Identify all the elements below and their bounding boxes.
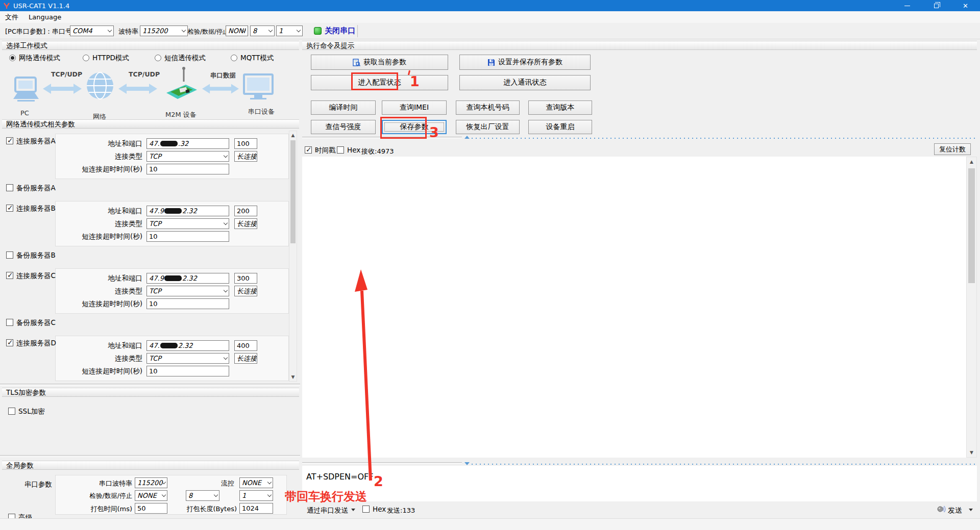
checkbox-icon[interactable]: [6, 319, 13, 326]
global-baud-select[interactable]: 115200: [135, 477, 167, 488]
query-imei-button[interactable]: 查询IMEI: [382, 100, 447, 115]
reset-count-button[interactable]: 复位计数: [934, 143, 971, 155]
server-enable-row[interactable]: 连接服务器D: [6, 339, 56, 348]
checkbox-icon[interactable]: [362, 506, 370, 513]
device-restart-button[interactable]: 设备重启: [528, 120, 592, 134]
checkbox-icon[interactable]: [337, 146, 344, 154]
address-input[interactable]: 47.92.32: [146, 206, 229, 216]
splitter-collapse-icon[interactable]: [464, 136, 470, 139]
baud-select[interactable]: 115200: [140, 26, 188, 36]
address-input[interactable]: 47.2.32: [146, 340, 229, 351]
server-enable-row[interactable]: 连接服务器B: [6, 204, 56, 213]
ssl-checkbox-row[interactable]: SSL加密: [8, 407, 45, 416]
timeout-input[interactable]: 10: [146, 231, 229, 242]
recv-hex-checkbox-row[interactable]: Hex: [337, 146, 360, 154]
close-button[interactable]: ✕: [951, 0, 980, 11]
menu-language[interactable]: Language: [23, 11, 66, 23]
log-scrollbar[interactable]: ▲ ▼: [966, 157, 977, 458]
receive-log[interactable]: [302, 157, 966, 458]
conn-type-select[interactable]: TCP: [146, 218, 229, 229]
server-backup-row[interactable]: 备份服务器C: [6, 318, 289, 326]
query-signal-button[interactable]: 查信号强度: [311, 120, 376, 134]
conn-mode-select[interactable]: 长连接: [234, 218, 257, 229]
left-panel-scrollbar[interactable]: ▲ ▼: [289, 131, 297, 382]
server-backup-row[interactable]: 备份服务器B: [6, 251, 289, 259]
checkbox-icon[interactable]: [6, 272, 13, 279]
menu-file[interactable]: 文件: [0, 11, 23, 23]
send-hex-checkbox-row[interactable]: Hex: [362, 505, 386, 513]
mode-radio[interactable]: 短信透传模式: [155, 54, 206, 63]
server-enable-row[interactable]: 连接服务器A: [6, 137, 56, 146]
minimize-button[interactable]: [893, 0, 922, 11]
server-enable-row[interactable]: 连接服务器C: [6, 271, 56, 281]
packlen-input[interactable]: 1024: [239, 503, 273, 514]
conn-type-select[interactable]: TCP: [146, 151, 229, 162]
packtime-input[interactable]: 50: [135, 503, 167, 514]
splitter-dots[interactable]: [472, 138, 977, 139]
checkbox-icon[interactable]: [6, 339, 13, 346]
radio-icon[interactable]: [155, 55, 161, 61]
databits-select[interactable]: 8: [250, 26, 275, 36]
checkbox-icon[interactable]: [305, 146, 312, 154]
factory-reset-button[interactable]: 恢复出厂设置: [456, 120, 520, 134]
port-input[interactable]: 300: [234, 273, 257, 284]
splitter-dots[interactable]: [472, 464, 977, 465]
scroll-down-icon[interactable]: ▼: [967, 449, 976, 456]
checkbox-icon[interactable]: [6, 251, 13, 259]
global-stopbits-select[interactable]: 1: [239, 490, 273, 501]
close-port-button[interactable]: 关闭串口: [325, 26, 355, 36]
timestamp-checkbox-row[interactable]: 时间戳: [305, 146, 336, 155]
get-params-button[interactable]: 获取当前参数: [311, 55, 448, 70]
port-input[interactable]: 200: [234, 206, 257, 216]
checkbox-icon[interactable]: [8, 408, 15, 415]
timeout-input[interactable]: 10: [146, 366, 229, 376]
radio-icon[interactable]: [9, 55, 16, 61]
set-save-all-button[interactable]: 设置并保存所有参数: [459, 55, 591, 70]
restore-button[interactable]: [922, 0, 951, 11]
query-version-button[interactable]: 查询版本: [528, 100, 592, 115]
port-input[interactable]: 100: [234, 138, 257, 149]
mode-radio[interactable]: 网络透传模式: [9, 54, 60, 63]
node-label: PC: [20, 109, 29, 117]
scroll-down-icon[interactable]: ▼: [289, 373, 297, 381]
conn-mode-select[interactable]: 长连接: [234, 353, 257, 364]
conn-type-select[interactable]: TCP: [146, 353, 229, 364]
scrollbar-thumb[interactable]: [968, 168, 975, 283]
checkbox-icon[interactable]: [6, 137, 13, 144]
enter-comm-button[interactable]: 进入通讯状态: [459, 75, 591, 90]
radio-icon[interactable]: [231, 55, 237, 61]
mode-radio-label: MQTT模式: [240, 54, 274, 62]
compile-time-button[interactable]: 编译时间: [311, 100, 376, 115]
chevron-down-icon[interactable]: [351, 509, 355, 511]
query-number-button[interactable]: 查询本机号码: [456, 100, 520, 115]
chevron-down-icon[interactable]: [969, 509, 973, 511]
conn-mode-select[interactable]: 长连接: [234, 151, 257, 162]
checkbox-icon[interactable]: [6, 205, 13, 212]
scroll-up-icon[interactable]: ▲: [289, 132, 297, 139]
conn-type-select[interactable]: TCP: [146, 286, 229, 296]
checkbox-icon[interactable]: [6, 184, 13, 191]
parity-select[interactable]: NONI: [226, 26, 248, 36]
scrollbar-thumb[interactable]: [290, 140, 296, 243]
timeout-input[interactable]: 10: [146, 164, 229, 174]
mode-radio[interactable]: MQTT模式: [231, 54, 274, 63]
send-text-area[interactable]: AT+SDPEN=OFF: [302, 466, 977, 501]
radio-icon[interactable]: [83, 55, 89, 61]
timeout-input[interactable]: 10: [146, 298, 229, 309]
send-via-dropdown[interactable]: 通过串口发送: [307, 506, 348, 515]
mode-radio[interactable]: HTTPD模式: [83, 54, 129, 63]
global-parity-select[interactable]: NONE: [135, 490, 167, 501]
server-params-panel: 地址和端口 47.92.32 200 连接类型 TCP 长连接 短连接超时时间(…: [55, 201, 289, 246]
conn-mode-select[interactable]: 长连接: [234, 286, 257, 296]
splitter-collapse-icon[interactable]: [464, 462, 470, 465]
stopbits-select[interactable]: 1: [276, 26, 303, 36]
server-backup-row[interactable]: 备份服务器A: [6, 184, 289, 192]
global-databits-select[interactable]: 8: [186, 490, 219, 501]
com-port-select[interactable]: COM4: [70, 26, 114, 36]
flow-select[interactable]: NONE: [239, 477, 273, 488]
address-input[interactable]: 47..32: [146, 138, 229, 149]
send-button[interactable]: 发送: [948, 506, 962, 515]
address-input[interactable]: 47.92.32: [146, 273, 229, 284]
scroll-up-icon[interactable]: ▲: [967, 158, 976, 165]
port-input[interactable]: 400: [234, 340, 257, 351]
